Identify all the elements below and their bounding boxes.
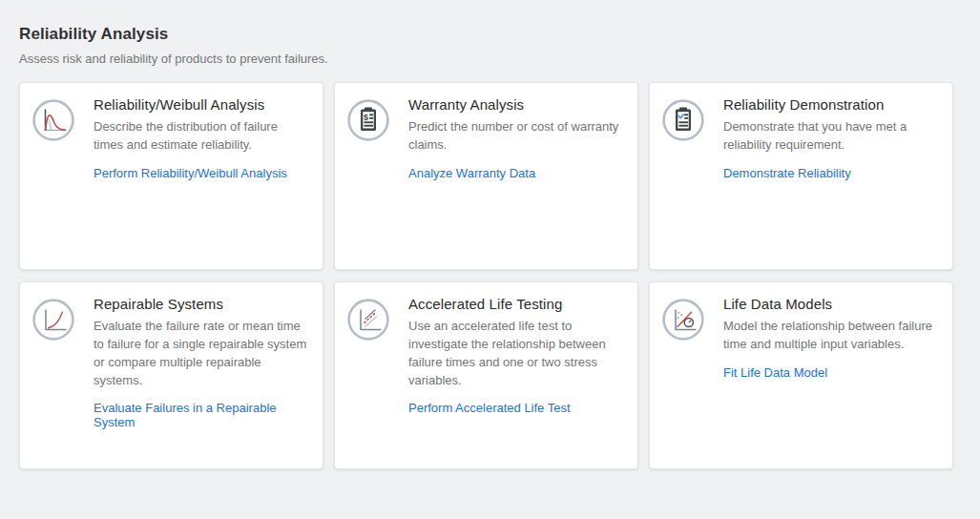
svg-text:$: $ xyxy=(364,113,368,122)
card-reliability-weibull-analysis: Reliability/Weibull Analysis Describe th… xyxy=(19,82,323,270)
perform-accelerated-life-test-link[interactable]: Perform Accelerated Life Test xyxy=(408,401,571,415)
reliability-analysis-page: Reliability Analysis Assess risk and rel… xyxy=(0,0,980,469)
card-description: Demonstrate that you have met a reliabil… xyxy=(723,118,938,155)
card-description: Describe the distribution of failure tim… xyxy=(94,118,308,155)
card-description: Model the relationship between failure t… xyxy=(723,318,938,354)
card-description: Predict the number or cost of warranty c… xyxy=(408,118,623,155)
card-title: Warranty Analysis xyxy=(408,96,623,113)
analysis-card-grid: Reliability/Weibull Analysis Describe th… xyxy=(19,82,961,469)
perform-reliability-weibull-analysis-link[interactable]: Perform Reliability/Weibull Analysis xyxy=(94,166,287,180)
card-life-data-models: Life Data Models Model the relationship … xyxy=(649,281,953,469)
demonstrate-reliability-link[interactable]: Demonstrate Reliability xyxy=(723,166,851,180)
card-title: Reliability Demonstration xyxy=(723,96,938,113)
card-title: Repairable Systems xyxy=(94,296,308,312)
growth-curve-chart-icon xyxy=(32,299,74,341)
card-title: Accelerated Life Testing xyxy=(408,296,623,312)
card-description: Use an accelerated life test to investig… xyxy=(408,318,623,389)
fit-life-data-model-link[interactable]: Fit Life Data Model xyxy=(723,365,827,380)
card-description: Evaluate the failure rate or mean time t… xyxy=(94,318,308,389)
card-repairable-systems: Repairable Systems Evaluate the failure … xyxy=(19,281,323,469)
card-body: Accelerated Life Testing Use an accelera… xyxy=(408,295,623,416)
weibull-distribution-icon xyxy=(32,99,74,141)
page-title: Reliability Analysis xyxy=(19,25,961,44)
card-body: Repairable Systems Evaluate the failure … xyxy=(94,295,308,430)
card-body: Reliability/Weibull Analysis Describe th… xyxy=(94,95,308,181)
card-title: Reliability/Weibull Analysis xyxy=(94,96,308,113)
parallel-trend-lines-chart-icon xyxy=(347,299,389,341)
analyze-warranty-data-link[interactable]: Analyze Warranty Data xyxy=(408,166,535,180)
card-warranty-analysis: $ Warranty Analysis Predict the number o… xyxy=(334,82,638,270)
evaluate-failures-repairable-system-link[interactable]: Evaluate Failures in a Repairable System xyxy=(94,401,308,429)
card-body: Warranty Analysis Predict the number or … xyxy=(408,95,623,181)
card-body: Life Data Models Model the relationship … xyxy=(723,295,938,381)
warranty-clipboard-dollar-icon: $ xyxy=(347,99,389,141)
card-accelerated-life-testing: Accelerated Life Testing Use an accelera… xyxy=(334,281,638,469)
card-reliability-demonstration: Reliability Demonstration Demonstrate th… xyxy=(649,82,953,270)
page-subtitle: Assess risk and reliability of products … xyxy=(19,52,961,66)
regression-line-gauge-icon xyxy=(662,299,704,341)
clipboard-checkmark-icon xyxy=(662,99,704,141)
card-body: Reliability Demonstration Demonstrate th… xyxy=(723,95,938,181)
card-title: Life Data Models xyxy=(723,296,938,312)
